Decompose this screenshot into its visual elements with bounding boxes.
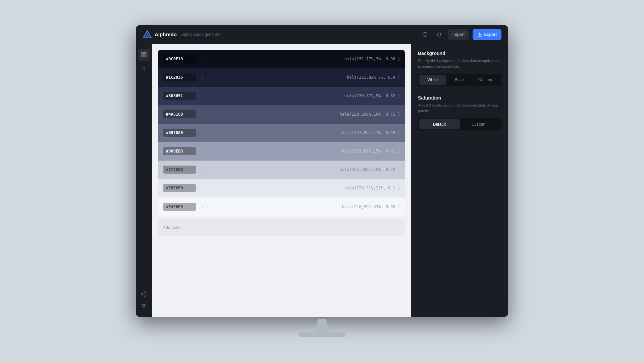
stand-base	[299, 332, 345, 337]
saturation-default-button[interactable]: Default	[419, 119, 460, 129]
svg-rect-8	[144, 291, 146, 293]
color-hex: #4A516D	[163, 110, 196, 118]
background-desc: Specify the background for translucent e…	[418, 58, 501, 69]
color-expand-icon: ›	[202, 75, 203, 80]
color-hsla: hsla(227,89%,15%, 0.41 )	[342, 149, 400, 154]
monitor-stand	[299, 319, 345, 337]
color-hex: #0C0E19	[163, 55, 196, 63]
saturation-section: Saturation Adjust the saturation in cons…	[418, 95, 501, 130]
color-row[interactable]: #F4F6F9 › hsla(216,59%,33%, 0.05 )	[158, 197, 405, 216]
app-window: Alphredo Alpha colors generator Import	[136, 25, 508, 317]
sidebar-bottom	[138, 288, 150, 312]
color-row[interactable]: #0C0E19 › hsla(231,77%,3%, 0.96 )	[158, 50, 405, 68]
color-expand-icon: ›	[202, 149, 203, 154]
add-color-button[interactable]: Add color	[158, 219, 405, 236]
right-panel: Background Specify the background for tr…	[411, 44, 508, 317]
color-hsla: hsla(228,100%,10%, 0.71 )	[339, 112, 400, 117]
color-expand-icon: ›	[202, 57, 203, 62]
color-expand-icon: ›	[202, 112, 203, 117]
color-row[interactable]: #4A516D › hsla(228,100%,10%, 0.71 )	[158, 105, 405, 124]
header: Alphredo Alpha colors generator Import	[136, 25, 508, 44]
color-expand-icon: ›	[202, 186, 203, 191]
color-list-panel: #0C0E19 › hsla(231,77%,3%, 0.96 ) #1C203…	[152, 44, 411, 317]
background-black-button[interactable]: Black	[446, 75, 473, 85]
color-row[interactable]: #303651 › hsla(230,87%,9%, 0.82 )	[158, 87, 405, 105]
sidebar-item-trash[interactable]	[138, 63, 150, 75]
saturation-title: Saturation	[418, 95, 501, 101]
stand-neck	[312, 319, 332, 332]
saturation-desc: Adjust the saturation in consecutive ste…	[418, 103, 501, 114]
sidebar	[136, 44, 152, 317]
svg-rect-9	[144, 295, 146, 297]
color-hsla: hsla(216,59%,33%, 0.05 )	[342, 204, 400, 209]
color-hex: #1C2035	[163, 73, 196, 81]
color-hsla: hsla(231,77%,3%, 0.96 )	[344, 57, 400, 61]
refresh-button[interactable]	[434, 29, 444, 40]
color-expand-icon: ›	[202, 204, 203, 209]
history-button[interactable]	[420, 29, 430, 40]
refresh-icon	[436, 32, 442, 37]
color-row[interactable]: #1C2035 › hsla(231,82%,7%, 0.9 )	[158, 68, 405, 87]
color-hsla: hsla(228,91%,22%, 0.1 )	[344, 186, 400, 190]
export-icon	[477, 32, 482, 37]
color-hsla: hsla(225,100%,15%, 0.22 )	[339, 167, 400, 172]
palette-icon	[141, 52, 147, 58]
svg-rect-3	[142, 52, 144, 54]
background-btn-group: White Black Custom...	[418, 74, 501, 86]
import-button[interactable]: Import	[448, 29, 470, 40]
svg-rect-6	[144, 55, 146, 57]
color-hex: #303651	[163, 92, 196, 100]
color-expand-icon: ›	[202, 130, 203, 135]
color-hex: #C7CBD8	[163, 166, 196, 174]
color-row[interactable]: #697089 › hsla(227,96%,11%, 0.59 )	[158, 124, 405, 142]
color-hex: #F4F6F9	[163, 203, 196, 211]
add-color-area: Add color	[158, 219, 405, 236]
logo-area: Alphredo Alpha colors generator	[143, 30, 222, 39]
sidebar-item-flag[interactable]	[138, 300, 150, 312]
sidebar-item-palette[interactable]	[138, 49, 150, 61]
export-label: Export	[484, 32, 497, 37]
svg-rect-4	[144, 52, 146, 54]
trash-icon	[141, 67, 147, 72]
history-icon	[422, 32, 428, 37]
color-hsla: hsla(231,82%,7%, 0.9 )	[347, 75, 400, 80]
app-subtitle: Alpha colors generator	[181, 32, 222, 37]
color-row[interactable]: #C7CBD8 › hsla(225,100%,15%, 0.22 )	[158, 161, 405, 179]
flag-icon	[141, 303, 147, 309]
main-layout: #0C0E19 › hsla(231,77%,3%, 0.96 ) #1C203…	[136, 44, 508, 317]
color-row[interactable]: #989EB3 › hsla(227,89%,15%, 0.41 )	[158, 142, 405, 161]
color-hex: #697089	[163, 129, 196, 137]
color-expand-icon: ›	[202, 94, 203, 99]
logo-icon	[143, 30, 152, 39]
color-hex: #989EB3	[163, 147, 196, 155]
color-hsla: hsla(227,96%,11%, 0.59 )	[342, 130, 400, 135]
header-actions: Import Export	[420, 29, 501, 40]
saturation-custom-button[interactable]: Custom...	[460, 119, 501, 129]
color-hex: #E6E8F0	[163, 184, 196, 192]
color-list: #0C0E19 › hsla(231,77%,3%, 0.96 ) #1C203…	[158, 50, 405, 216]
app-name: Alphredo	[155, 32, 177, 37]
background-custom-button[interactable]: Custom...	[473, 75, 500, 85]
sidebar-item-component[interactable]	[138, 288, 150, 300]
color-expand-icon: ›	[202, 167, 203, 172]
svg-rect-5	[142, 55, 144, 57]
saturation-btn-group: Default Custom...	[418, 118, 501, 130]
export-button[interactable]: Export	[473, 29, 501, 40]
component-icon	[141, 291, 147, 297]
add-color-label: Add color	[163, 225, 181, 230]
background-section: Background Specify the background for tr…	[418, 51, 501, 86]
color-hsla: hsla(230,87%,9%, 0.82 )	[344, 94, 400, 98]
background-title: Background	[418, 51, 501, 56]
svg-rect-7	[141, 293, 143, 295]
background-white-button[interactable]: White	[419, 75, 446, 85]
color-row[interactable]: #E6E8F0 › hsla(228,91%,22%, 0.1 )	[158, 179, 405, 197]
